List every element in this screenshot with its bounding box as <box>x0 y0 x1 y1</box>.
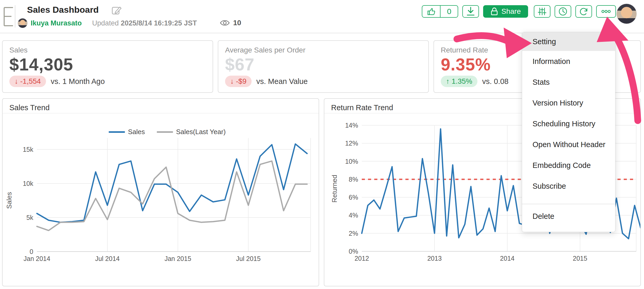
like-count[interactable]: 0 <box>440 6 458 17</box>
kpi-value: $67 <box>225 54 422 75</box>
kpi-change-badge: ↓ -$9 <box>225 76 252 87</box>
edit-title-icon[interactable] <box>111 5 122 16</box>
download-button[interactable] <box>462 5 479 18</box>
kpi-change-badge: ↑ 1.35% <box>441 76 477 87</box>
menu-item-open-without-header[interactable]: Open Without Header <box>522 134 615 155</box>
more-options-menu: SettingInformationStatsVersion HistorySc… <box>522 32 615 232</box>
kpi-label: Sales <box>9 46 206 54</box>
like-button[interactable]: 0 <box>422 5 458 18</box>
kpi-card-sales: Sales $14,305 ↓ -1,554 vs. 1 Month Ago <box>2 40 213 93</box>
svg-text:5k: 5k <box>27 214 34 221</box>
svg-text:2013: 2013 <box>427 255 442 262</box>
menu-item-information[interactable]: Information <box>522 51 615 72</box>
svg-text:12%: 12% <box>345 140 358 147</box>
menu-item-stats[interactable]: Stats <box>522 72 615 93</box>
menu-item-delete[interactable]: Delete <box>522 204 615 228</box>
more-options-button[interactable] <box>596 5 616 18</box>
download-icon <box>466 6 475 17</box>
svg-text:2012: 2012 <box>354 255 369 262</box>
menu-item-scheduling-history[interactable]: Scheduling History <box>522 113 615 134</box>
menu-item-embedding-code[interactable]: Embedding Code <box>522 155 615 176</box>
svg-text:14%: 14% <box>345 122 358 129</box>
svg-text:Jul 2014: Jul 2014 <box>95 255 120 262</box>
svg-text:8%: 8% <box>349 176 358 183</box>
schedule-button[interactable] <box>555 5 571 18</box>
ellipsis-icon <box>600 6 612 17</box>
svg-text:Jan 2015: Jan 2015 <box>165 255 191 262</box>
kpi-value: $14,305 <box>9 54 206 75</box>
lock-icon <box>490 7 498 16</box>
toolbar: 0 Share <box>398 5 616 18</box>
svg-text:10k: 10k <box>23 180 34 187</box>
svg-text:6%: 6% <box>349 194 358 201</box>
kpi-change-badge: ↓ -1,554 <box>9 76 46 87</box>
kpi-card-average-sales: Average Sales per Order $67 ↓ -$9 vs. Me… <box>218 40 429 93</box>
svg-text:2015: 2015 <box>573 255 587 262</box>
svg-text:Jul 2015: Jul 2015 <box>236 255 261 262</box>
page-title: Sales Dashboard <box>27 5 99 15</box>
menu-item-subscribe[interactable]: Subscribe <box>522 176 615 196</box>
kpi-compare-text: vs. 0.08 <box>482 77 509 86</box>
svg-text:Sales(Last Year): Sales(Last Year) <box>176 128 226 136</box>
clock-icon <box>558 6 568 17</box>
share-button[interactable]: Share <box>483 5 528 18</box>
svg-text:4%: 4% <box>349 212 358 219</box>
sales-trend-chart-card: Sales Trend 05k10k15kJan 2014Jul 2014Jan… <box>2 98 319 286</box>
svg-text:10%: 10% <box>345 158 358 165</box>
refresh-button[interactable] <box>575 5 592 18</box>
chart-title: Sales Trend <box>9 103 50 112</box>
sales-trend-chart[interactable]: 05k10k15kJan 2014Jul 2014Jan 2015Jul 201… <box>3 113 319 286</box>
app-logo[interactable] <box>3 6 14 27</box>
svg-text:Sales: Sales <box>5 192 13 209</box>
svg-text:2014: 2014 <box>500 255 515 262</box>
thumbs-up-icon <box>426 6 436 17</box>
svg-text:15k: 15k <box>23 146 34 153</box>
eye-icon <box>220 19 230 27</box>
menu-item-setting[interactable]: Setting <box>522 32 615 51</box>
author-name[interactable]: Ikuya Murasato <box>31 19 82 27</box>
svg-text:Sales: Sales <box>128 128 145 136</box>
menu-item-version-history[interactable]: Version History <box>522 93 615 113</box>
svg-text:0: 0 <box>30 248 33 255</box>
user-avatar[interactable] <box>616 4 637 24</box>
svg-text:Returned: Returned <box>331 175 338 203</box>
svg-text:2%: 2% <box>349 230 358 237</box>
view-counter: 10 <box>220 19 241 27</box>
refresh-icon <box>579 6 589 17</box>
updated-timestamp: Updated2025/8/14 16:19:25 JST <box>92 19 197 27</box>
app-header: Sales Dashboard Ikuya Murasato Updated20… <box>0 0 644 33</box>
share-label: Share <box>501 7 521 16</box>
svg-text:0%: 0% <box>349 248 358 255</box>
kpi-compare-text: vs. Mean Value <box>256 77 308 86</box>
header-divider <box>15 5 15 28</box>
svg-text:Jan 2014: Jan 2014 <box>24 255 50 262</box>
author-avatar[interactable] <box>18 18 28 28</box>
kpi-compare-text: vs. 1 Month Ago <box>51 77 105 86</box>
view-count: 10 <box>233 19 241 27</box>
chart-title: Return Rate Trend <box>331 103 393 112</box>
parameters-button[interactable] <box>534 5 550 18</box>
kpi-label: Average Sales per Order <box>225 46 422 54</box>
sliders-icon <box>537 6 547 17</box>
